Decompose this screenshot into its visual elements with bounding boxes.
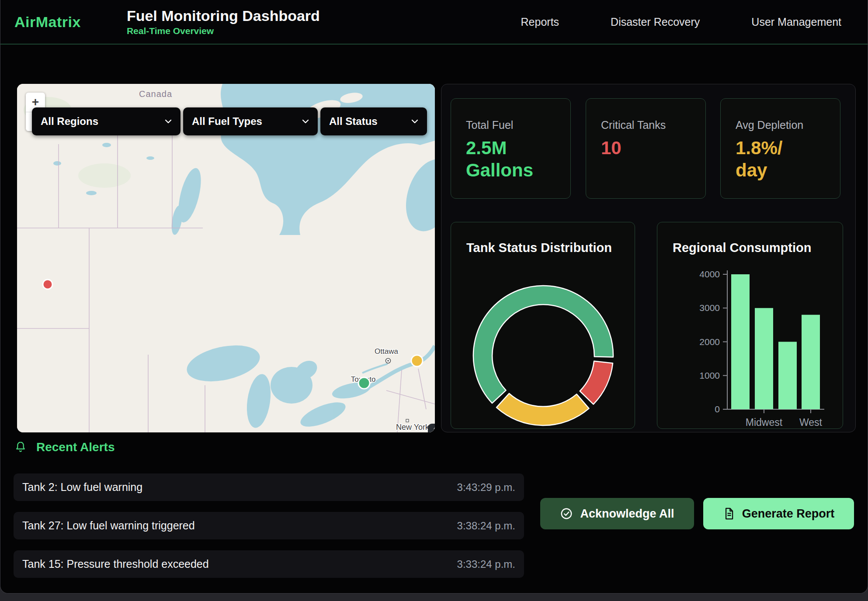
consumption-bar-3[interactable] bbox=[802, 315, 820, 409]
drag-dots-icon bbox=[433, 427, 435, 432]
donut-segment-critical[interactable] bbox=[580, 361, 613, 404]
check-circle-icon bbox=[560, 507, 573, 520]
x-tick-label: Midwest bbox=[746, 417, 783, 428]
stat-card-total-fuel: Total Fuel 2.5MGallons bbox=[451, 98, 571, 199]
generate-report-button[interactable]: Generate Report bbox=[703, 498, 854, 529]
main-nav: Reports Disaster Recovery User Managemen… bbox=[521, 0, 841, 44]
y-tick-label: 4000 bbox=[699, 269, 720, 279]
chevron-down-icon bbox=[411, 119, 418, 124]
consumption-bar-0[interactable] bbox=[731, 274, 750, 409]
region-filter-value: All Regions bbox=[41, 115, 98, 128]
chevron-down-icon bbox=[302, 119, 309, 124]
alert-text: Tank 2: Low fuel warning bbox=[22, 481, 142, 494]
map[interactable]: Canada Ottawa Toronto New York + − All R… bbox=[17, 84, 435, 432]
map-lake bbox=[86, 191, 97, 195]
y-tick-label: 2000 bbox=[699, 337, 720, 347]
y-tick-label: 3000 bbox=[699, 303, 720, 313]
marker-warning[interactable] bbox=[411, 355, 423, 366]
consumption-bar-1[interactable] bbox=[755, 308, 773, 409]
marker-normal[interactable] bbox=[358, 377, 370, 389]
app-header: AirMatrix Fuel Monitoring Dashboard Real… bbox=[0, 0, 868, 45]
page-subtitle: Real-Time Overview bbox=[127, 26, 320, 36]
screen: AirMatrix Fuel Monitoring Dashboard Real… bbox=[0, 0, 868, 601]
chart-title: Tank Status Distribution bbox=[466, 241, 612, 255]
y-tick-label: 1000 bbox=[699, 370, 720, 380]
stat-label: Critical Tanks bbox=[601, 119, 691, 131]
donut-segment-warning[interactable] bbox=[496, 394, 589, 425]
map-lake bbox=[53, 161, 61, 166]
alert-row[interactable]: Tank 15: Pressure threshold exceeded 3:3… bbox=[14, 550, 524, 578]
marker-critical[interactable] bbox=[43, 280, 52, 289]
alert-row[interactable]: Tank 27: Low fuel warning triggered 3:38… bbox=[14, 512, 524, 539]
app-logo: AirMatrix bbox=[14, 14, 81, 31]
region-filter-select[interactable]: All Regions bbox=[32, 107, 181, 135]
map-label-ottawa: Ottawa bbox=[375, 347, 398, 356]
stat-value: 2.5MGallons bbox=[466, 137, 556, 181]
alert-row[interactable]: Tank 2: Low fuel warning 3:43:29 p.m. bbox=[14, 473, 524, 501]
map-label-newyork: New York bbox=[396, 423, 430, 432]
map-filters: All Regions All Fuel Types All Status bbox=[32, 107, 427, 135]
status-filter-value: All Status bbox=[329, 115, 378, 128]
regional-consumption-card: 01000200030004000MidwestWest Regional Co… bbox=[657, 222, 843, 429]
fuel-type-filter-value: All Fuel Types bbox=[192, 115, 262, 128]
stat-value: 10 bbox=[601, 137, 691, 159]
document-icon bbox=[723, 507, 735, 520]
x-tick-label: West bbox=[799, 417, 823, 428]
alert-time: 3:43:29 p.m. bbox=[457, 481, 515, 494]
resize-drag-handle[interactable] bbox=[428, 424, 435, 432]
stat-label: Total Fuel bbox=[466, 119, 556, 131]
chart-title: Regional Consumption bbox=[673, 241, 811, 255]
tank-status-card: Tank Status Distribution bbox=[451, 222, 635, 429]
nav-user-management[interactable]: User Management bbox=[751, 16, 841, 28]
map-city-dot-ottawa-inner bbox=[387, 360, 389, 362]
dashboard-window: AirMatrix Fuel Monitoring Dashboard Real… bbox=[0, 0, 868, 594]
alert-text: Tank 27: Low fuel warning triggered bbox=[22, 519, 195, 532]
map-canvas: Canada Ottawa Toronto New York bbox=[17, 84, 435, 432]
map-city-dot-newyork bbox=[406, 419, 409, 422]
alert-time: 3:33:24 p.m. bbox=[457, 558, 515, 570]
bell-icon bbox=[14, 441, 27, 454]
status-filter-select[interactable]: All Status bbox=[320, 107, 427, 135]
map-lake bbox=[146, 156, 154, 160]
nav-disaster-recovery[interactable]: Disaster Recovery bbox=[611, 16, 700, 28]
chevron-down-icon bbox=[165, 119, 172, 124]
stat-value: 1.8%/day bbox=[736, 137, 825, 181]
alerts-title: Recent Alerts bbox=[36, 440, 115, 454]
acknowledge-all-button[interactable]: Acknowledge All bbox=[540, 498, 694, 529]
acknowledge-all-label: Acknowledge All bbox=[580, 507, 674, 521]
stat-card-avg-depletion: Avg Depletion 1.8%/day bbox=[720, 98, 840, 199]
nav-reports[interactable]: Reports bbox=[521, 16, 559, 28]
page-title: Fuel Monitoring Dashboard bbox=[127, 7, 320, 24]
consumption-bar-2[interactable] bbox=[778, 342, 797, 410]
recent-alerts-header: Recent Alerts bbox=[14, 440, 115, 454]
generate-report-label: Generate Report bbox=[742, 507, 835, 521]
y-tick-label: 0 bbox=[715, 404, 720, 414]
map-forest bbox=[78, 163, 131, 188]
stat-label: Avg Depletion bbox=[736, 119, 825, 131]
alert-text: Tank 15: Pressure threshold exceeded bbox=[22, 558, 209, 570]
map-lake bbox=[102, 143, 111, 147]
fuel-type-filter-select[interactable]: All Fuel Types bbox=[183, 107, 318, 135]
alert-time: 3:38:24 p.m. bbox=[457, 520, 515, 532]
stat-card-critical-tanks: Critical Tanks 10 bbox=[586, 98, 706, 199]
title-block: Fuel Monitoring Dashboard Real-Time Over… bbox=[127, 7, 320, 36]
map-label-country: Canada bbox=[139, 89, 172, 99]
